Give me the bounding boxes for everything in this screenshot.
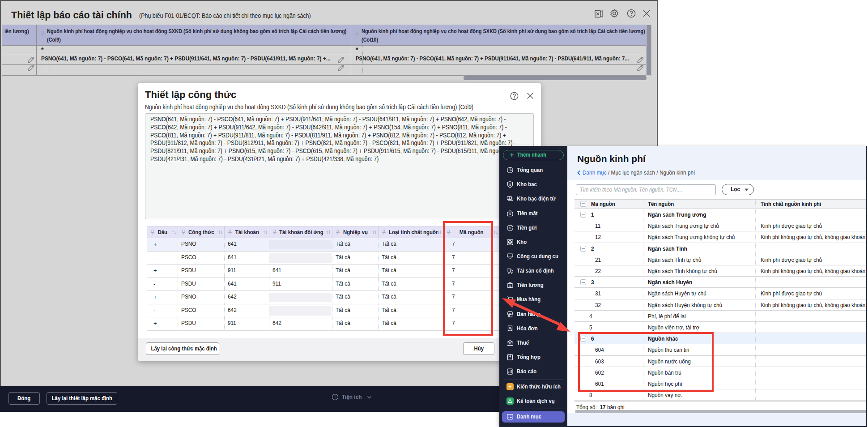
svg-text:$: $ [509, 226, 511, 230]
svg-text:$: $ [509, 284, 511, 287]
svg-text:$: $ [509, 212, 511, 215]
svg-text:$: $ [509, 183, 511, 187]
svg-text:$: $ [509, 196, 511, 199]
